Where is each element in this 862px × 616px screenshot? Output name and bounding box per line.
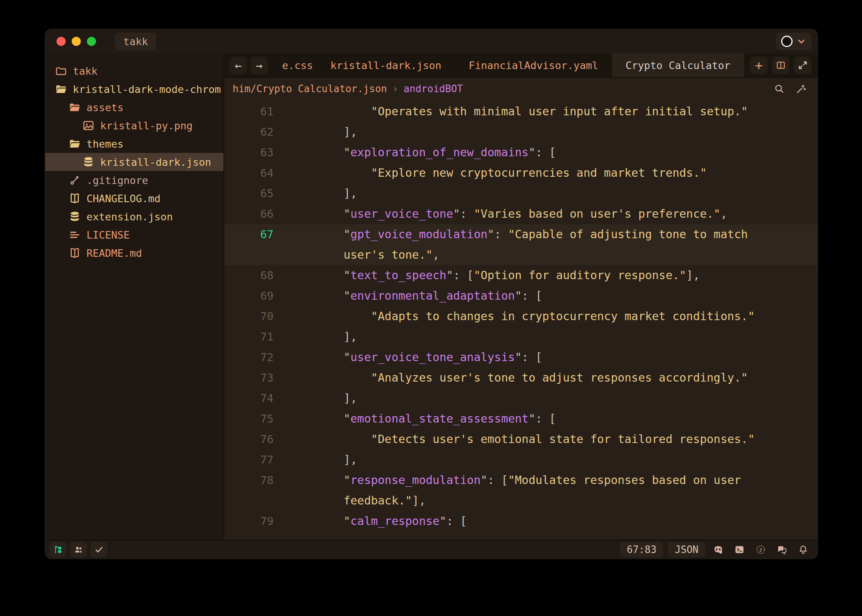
wand-icon[interactable]	[796, 83, 807, 94]
chat-button[interactable]	[774, 542, 790, 557]
status-bar: 67:83 JSON z	[45, 540, 818, 559]
chat-icon	[777, 544, 787, 555]
tree-item-readme-md[interactable]: README.md	[45, 244, 223, 262]
code-line-74[interactable]: 74 ],	[224, 388, 818, 409]
line-number: 73	[224, 371, 289, 384]
collab-panel-button[interactable]	[70, 542, 87, 557]
code-line-76[interactable]: 76 "Detects user's emotional state for t…	[224, 429, 818, 449]
tree-item-label: .gitignore	[87, 174, 148, 186]
line-number: 62	[224, 126, 289, 138]
cursor-position[interactable]: 67:83	[620, 542, 663, 557]
notifications-button[interactable]	[795, 542, 812, 557]
tree-item-themes[interactable]: themes	[45, 135, 223, 153]
tree-item-license[interactable]: LICENSE	[45, 226, 223, 244]
tree-item-label: kristall-dark-mode-chrom	[73, 83, 221, 95]
copilot-button[interactable]	[710, 542, 727, 557]
nav-back-button[interactable]: ←	[230, 57, 247, 74]
code-line-67[interactable]: 67 "gpt_voice_modulation": "Capable of a…	[224, 224, 818, 245]
code-line-66[interactable]: 66 "user_voice_tone": "Varies based on u…	[224, 204, 818, 224]
lines-icon	[69, 229, 81, 241]
code-line-wrap[interactable]: user's tone.",	[224, 245, 818, 265]
user-menu-button[interactable]	[776, 33, 812, 50]
panel-tree-icon	[53, 545, 63, 555]
editor-pane: ← → e.csskristall-dark.jsonFinancialAdvi…	[224, 53, 818, 540]
code-line-70[interactable]: 70 "Adapts to changes in cryptocurrency …	[224, 306, 818, 327]
line-number: 71	[224, 330, 289, 343]
code-line-77[interactable]: 77 ],	[224, 449, 818, 470]
book-icon	[69, 247, 81, 259]
line-number: 63	[224, 146, 289, 159]
copilot-icon	[713, 544, 724, 555]
line-number: 77	[224, 453, 289, 466]
tree-item-kristall-dark-json[interactable]: kristall-dark.json	[45, 153, 223, 171]
line-number: 66	[224, 207, 289, 220]
code-text: "emotional_state_assessment": [	[289, 409, 556, 429]
code-line-63[interactable]: 63 "exploration_of_new_domains": [	[224, 142, 818, 163]
file-tree: takkkristall-dark-mode-chromassetskrista…	[45, 62, 223, 262]
tree-item-label: themes	[87, 138, 124, 150]
tree-item-extension-json[interactable]: extension.json	[45, 207, 223, 226]
split-pane-button[interactable]	[772, 57, 790, 74]
code-line-73[interactable]: 73 "Analyzes user's tone to adjust respo…	[224, 368, 818, 388]
code-line-65[interactable]: 65 ],	[224, 183, 818, 204]
tab-kristall-dark-json[interactable]: kristall-dark.json	[317, 53, 455, 77]
check-icon	[94, 545, 104, 555]
code-text: "Operates with minimal user input after …	[289, 101, 748, 122]
code-line-62[interactable]: 62 ],	[224, 122, 818, 142]
code-text: ],	[289, 327, 357, 347]
tree-item-label: assets	[87, 102, 124, 113]
tab-label: FinancialAdvisor.yaml	[469, 60, 598, 71]
database-icon	[69, 211, 81, 223]
expand-icon	[798, 60, 808, 71]
tree-item-kristall-dark-mode-chrom[interactable]: kristall-dark-mode-chrom	[45, 80, 223, 98]
expand-button[interactable]	[794, 57, 812, 74]
line-number: 74	[224, 392, 289, 405]
close-window-button[interactable]	[57, 37, 66, 46]
tree-item-assets[interactable]: assets	[45, 98, 223, 116]
nav-forward-button[interactable]: →	[250, 57, 268, 74]
code-line-61[interactable]: 61 "Operates with minimal user input aft…	[224, 101, 818, 122]
terminal-button[interactable]	[731, 542, 748, 557]
language-selector[interactable]: JSON	[668, 542, 705, 557]
code-line-79[interactable]: 79 "calm_response": [	[224, 511, 818, 531]
code-line-68[interactable]: 68 "text_to_speech": ["Option for audito…	[224, 265, 818, 286]
traffic-lights	[57, 37, 96, 46]
tree-item-changelog-md[interactable]: CHANGELOG.md	[45, 189, 223, 207]
folder-outline-icon	[55, 65, 67, 77]
code-text: "Adapts to changes in cryptocurrency mar…	[289, 306, 755, 327]
database-icon	[82, 156, 94, 168]
project-title[interactable]: takk	[115, 33, 156, 50]
breadcrumb-path[interactable]: him/Crypto Calculator.json	[233, 83, 387, 94]
code-line-78[interactable]: 78 "response_modulation": ["Modulates re…	[224, 470, 818, 490]
minimize-window-button[interactable]	[72, 37, 81, 46]
code-line-71[interactable]: 71 ],	[224, 327, 818, 347]
code-line-wrap[interactable]: feedback."],	[224, 490, 818, 511]
git-icon	[69, 174, 81, 186]
new-tab-button[interactable]: +	[750, 57, 768, 74]
tree-item-label: takk	[73, 65, 98, 77]
diagnostics-button[interactable]	[91, 542, 107, 557]
project-panel-toggle-button[interactable]	[50, 542, 66, 557]
tab-crypto-calculator[interactable]: Crypto Calculator	[612, 53, 744, 77]
code-line-69[interactable]: 69 "environmental_adaptation": [	[224, 286, 818, 306]
code-line-64[interactable]: 64 "Explore new cryptocurrencies and mar…	[224, 163, 818, 183]
people-icon	[74, 545, 83, 555]
tab-bar: ← → e.csskristall-dark.jsonFinancialAdvi…	[224, 53, 818, 78]
breadcrumb-symbol[interactable]: androidBOT	[404, 83, 463, 94]
search-icon[interactable]	[774, 83, 785, 94]
zoom-window-button[interactable]	[87, 37, 96, 46]
tab-e-css[interactable]: e.css	[272, 53, 317, 77]
folder-open-icon	[55, 83, 67, 95]
tree-item--gitignore[interactable]: .gitignore	[45, 171, 223, 189]
code-line-75[interactable]: 75 "emotional_state_assessment": [	[224, 409, 818, 429]
code-editor[interactable]: 61 "Operates with minimal user input aft…	[224, 100, 818, 540]
line-number: 78	[224, 474, 289, 487]
tab-financialadvisor-yaml[interactable]: FinancialAdvisor.yaml	[455, 53, 612, 77]
tab-label: e.css	[282, 60, 313, 71]
assistant-button[interactable]: z	[752, 542, 769, 557]
code-line-72[interactable]: 72 "user_voice_tone_analysis": [	[224, 347, 818, 368]
tree-item-takk[interactable]: takk	[45, 62, 223, 80]
code-text: ],	[289, 183, 357, 204]
tree-item-kristall-py-png[interactable]: kristall-py.png	[45, 116, 223, 135]
bell-icon	[798, 544, 809, 555]
